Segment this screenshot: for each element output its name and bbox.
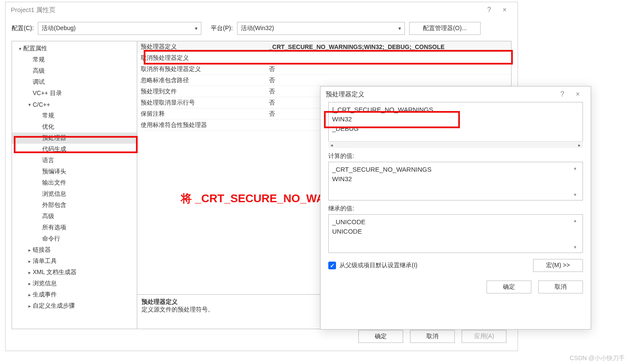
tree-item[interactable]: 调试	[12, 77, 137, 88]
tree-item-label: 清单工具	[33, 257, 57, 265]
tree-item-label: 预编译头	[42, 168, 66, 176]
tree-item[interactable]: 预编译头	[12, 166, 137, 177]
tree-item[interactable]: 外部包含	[12, 200, 137, 211]
scroll-down-icon[interactable]: ▾	[574, 242, 582, 252]
tree-item[interactable]: 所有选项	[12, 222, 137, 233]
scroll-down-icon[interactable]: ▾	[574, 190, 582, 199]
tree-item[interactable]: ▸链接器	[12, 244, 137, 256]
chevron-down-icon: ▾	[195, 25, 197, 31]
config-manager-button[interactable]: 配置管理器(O)...	[409, 22, 481, 35]
platform-combo[interactable]: 活动(Win32) ▾	[237, 22, 405, 35]
scroll-up-icon[interactable]: ▴	[574, 163, 582, 173]
popup-title: 预处理器定义	[326, 90, 364, 99]
property-value[interactable]: 否	[265, 65, 511, 73]
tree-item-label: 优化	[42, 123, 54, 131]
expander-closed-icon[interactable]: ▸	[27, 281, 33, 287]
expander-closed-icon[interactable]: ▸	[27, 270, 33, 275]
expander-closed-icon[interactable]: ▸	[27, 303, 33, 309]
tree-item-label: 命令行	[42, 235, 60, 243]
tree-item-label: 高级	[33, 67, 45, 75]
config-label: 配置(C):	[12, 25, 34, 32]
expander-open-icon[interactable]: ▾	[27, 102, 33, 108]
tree-item[interactable]: ▸清单工具	[12, 256, 137, 267]
property-name: 预处理到文件	[137, 88, 265, 96]
chevron-down-icon: ▾	[398, 25, 401, 31]
property-row[interactable]: 忽略标准包含路径否	[137, 75, 511, 86]
property-name: 取消预处理器定义	[137, 54, 265, 62]
config-combo[interactable]: 活动(Debug) ▾	[38, 22, 201, 35]
tree-item[interactable]: ▾C/C++	[12, 99, 137, 110]
definitions-edit-box[interactable]: |_CRT_SECURE_NO_WARNINGS WIN32 _DEBUG	[328, 102, 583, 142]
help-icon[interactable]: ?	[481, 6, 497, 14]
help-icon[interactable]: ?	[555, 90, 570, 98]
tree-item[interactable]: 常规	[12, 110, 137, 121]
popup-titlebar[interactable]: 预处理器定义 ? ×	[321, 86, 591, 102]
horizontal-scrollbar[interactable]: ◂ ▸	[328, 141, 583, 148]
close-icon[interactable]: ×	[497, 6, 512, 14]
tree-item[interactable]: ▸XML 文档生成器	[12, 267, 137, 278]
tree-item[interactable]: 代码生成	[12, 144, 137, 155]
tree-item-label: C/C++	[33, 101, 50, 108]
cancel-button[interactable]: 取消	[538, 281, 583, 293]
scroll-up-icon[interactable]: ▴	[574, 216, 582, 225]
tree-item[interactable]: ▸自定义生成步骤	[12, 300, 137, 312]
expander-closed-icon[interactable]: ▸	[27, 247, 33, 253]
category-tree[interactable]: ▾配置属性常规高级调试VC++ 目录▾C/C++常规优化预处理器代码生成语言预编…	[12, 41, 137, 329]
computed-values-label: 计算的值:	[328, 152, 583, 160]
tree-item[interactable]: ▸浏览信息	[12, 278, 137, 289]
tree-item-label: 语言	[42, 157, 54, 164]
property-name: 忽略标准包含路径	[137, 77, 265, 84]
tree-item-label: 链接器	[33, 246, 51, 254]
tree-item[interactable]: ▸生成事件	[12, 289, 137, 300]
property-value[interactable]: 否	[265, 77, 511, 84]
property-name: 使用标准符合性预处理器	[137, 121, 265, 129]
property-row[interactable]: 预处理器定义_CRT_SECURE_NO_WARNINGS;WIN32;_DEB…	[137, 41, 511, 52]
close-icon[interactable]: ×	[570, 90, 586, 98]
computed-values-box: _CRT_SECURE_NO_WARNINGS WIN32 ▴▾	[328, 162, 583, 201]
tree-item[interactable]: 命令行	[12, 233, 137, 244]
tree-item-label: XML 文档生成器	[33, 268, 77, 276]
property-name: 预处理器定义	[137, 43, 265, 51]
cancel-button[interactable]: 取消	[410, 330, 455, 343]
scroll-left-icon[interactable]: ◂	[328, 142, 335, 148]
tree-item[interactable]: 高级	[12, 211, 137, 222]
property-row[interactable]: 取消所有预处理器定义否	[137, 64, 511, 75]
macro-button[interactable]: 宏(M) >>	[533, 259, 583, 272]
tree-item[interactable]: 预处理器	[12, 133, 137, 144]
tree-item-label: 浏览信息	[42, 190, 66, 198]
tree-item-label: 代码生成	[42, 145, 66, 153]
tree-item-label: 浏览信息	[33, 280, 57, 287]
tree-item[interactable]: 语言	[12, 155, 137, 166]
expander-closed-icon[interactable]: ▸	[27, 292, 33, 298]
inherit-checkbox-label: 从父级或项目默认设置继承(I)	[339, 262, 417, 269]
tree-item-label: VC++ 目录	[33, 89, 62, 97]
apply-button[interactable]: 应用(A)	[462, 330, 506, 343]
tree-item[interactable]: 输出文件	[12, 177, 137, 188]
checkbox-checked-icon[interactable]: ✓	[328, 262, 336, 269]
tree-item[interactable]: 优化	[12, 121, 137, 133]
inherited-values-box: _UNICODE UNICODE ▴▾	[328, 214, 583, 253]
tree-item-label: 常规	[42, 112, 54, 120]
tree-item-label: 自定义生成步骤	[33, 302, 75, 310]
config-platform-row: 配置(C): 活动(Debug) ▾ 平台(P): 活动(Win32) ▾ 配置…	[6, 18, 518, 41]
tree-item-label: 输出文件	[42, 179, 66, 187]
expander-open-icon[interactable]: ▾	[17, 46, 23, 52]
tree-item[interactable]: ▾配置属性	[12, 43, 137, 54]
property-value[interactable]: _CRT_SECURE_NO_WARNINGS;WIN32;_DEBUG;_CO…	[265, 43, 511, 50]
platform-value: 活动(Win32)	[241, 25, 274, 32]
ok-button[interactable]: 确定	[358, 330, 403, 343]
tree-item[interactable]: 常规	[12, 54, 137, 65]
inherited-values-label: 继承的值:	[328, 205, 583, 213]
inherit-from-parent-row[interactable]: ✓ 从父级或项目默认设置继承(I) 宏(M) >>	[328, 253, 583, 275]
tree-item-label: 调试	[33, 78, 45, 86]
tree-item-label: 外部包含	[42, 201, 66, 209]
property-row[interactable]: 取消预处理器定义	[137, 52, 511, 64]
tree-item[interactable]: 浏览信息	[12, 188, 137, 200]
tree-item[interactable]: 高级	[12, 65, 137, 77]
property-name: 保留注释	[137, 110, 265, 118]
expander-closed-icon[interactable]: ▸	[27, 259, 33, 264]
tree-item[interactable]: VC++ 目录	[12, 88, 137, 99]
scroll-right-icon[interactable]: ▸	[576, 142, 583, 148]
ok-button[interactable]: 确定	[487, 281, 531, 293]
main-titlebar[interactable]: Project1 属性页 ? ×	[6, 2, 518, 18]
